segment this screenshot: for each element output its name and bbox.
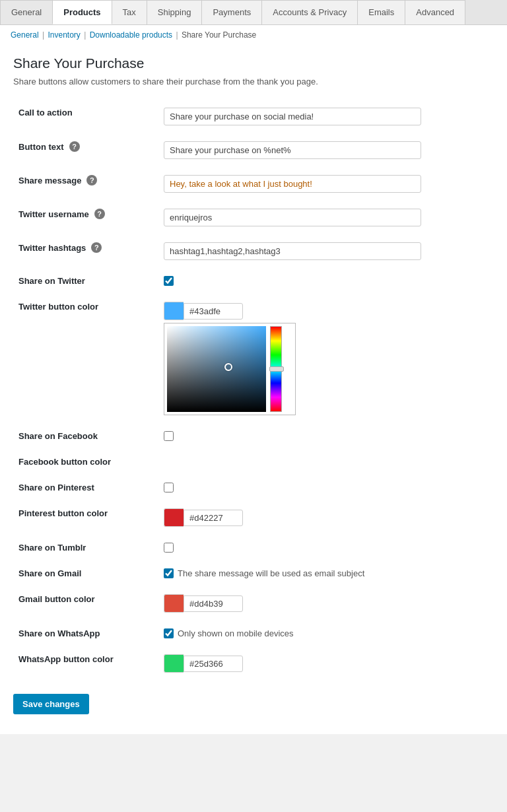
twitter-button-color-label: Twitter button color xyxy=(18,302,98,312)
share-pinterest-label: Share on Pinterest xyxy=(18,483,94,492)
share-message-input[interactable] xyxy=(164,175,421,193)
row-pinterest-button-color: Pinterest button color xyxy=(13,500,494,535)
gmail-color-hex-input[interactable] xyxy=(184,595,243,612)
pinterest-button-color-label: Pinterest button color xyxy=(18,508,108,518)
share-gmail-checkbox[interactable] xyxy=(164,568,174,578)
row-facebook-button-color: Facebook button color xyxy=(13,449,494,475)
page-description: Share buttons allow customers to share t… xyxy=(13,77,494,86)
save-button[interactable]: Save changes xyxy=(13,694,89,714)
call-to-action-label: Call to action xyxy=(18,108,73,118)
breadcrumb: General | Inventory | Downloadable produ… xyxy=(0,25,507,45)
tab-general[interactable]: General xyxy=(0,0,53,24)
share-gmail-note: The share message will be used as email … xyxy=(178,568,364,578)
twitter-hashtags-input[interactable] xyxy=(164,242,421,260)
twitter-spectrum-handle[interactable] xyxy=(269,366,284,372)
button-text-input[interactable] xyxy=(164,141,421,159)
twitter-gradient-handle[interactable] xyxy=(224,363,232,371)
pinterest-color-swatch-row xyxy=(164,508,489,527)
share-whatsapp-checkbox[interactable] xyxy=(164,628,174,638)
row-share-pinterest: Share on Pinterest xyxy=(13,475,494,500)
twitter-color-picker-box xyxy=(164,323,296,415)
tab-emails[interactable]: Emails xyxy=(357,0,405,24)
tab-accounts-privacy[interactable]: Accounts & Privacy xyxy=(261,0,358,24)
whatsapp-button-color-label: WhatsApp button color xyxy=(18,654,114,664)
twitter-username-help-icon[interactable]: ? xyxy=(94,209,105,219)
twitter-hashtags-help-icon[interactable]: ? xyxy=(91,242,102,253)
row-twitter-button-color: Twitter button color xyxy=(13,294,494,423)
gmail-button-color-label: Gmail button color xyxy=(18,594,95,604)
tab-advanced[interactable]: Advanced xyxy=(405,0,465,24)
row-share-message: Share message ? xyxy=(13,167,494,201)
share-tumblr-label: Share on Tumblr xyxy=(18,543,86,553)
tab-shipping[interactable]: Shipping xyxy=(147,0,203,24)
row-share-whatsapp: Share on WhatsApp Only shown on mobile d… xyxy=(13,621,494,646)
page-content: Share Your Purchase Share buttons allow … xyxy=(0,45,507,734)
row-share-tumblr: Share on Tumblr xyxy=(13,535,494,560)
breadcrumb-general[interactable]: General xyxy=(11,30,39,40)
share-message-help-icon[interactable]: ? xyxy=(86,175,97,186)
share-tumblr-checkbox[interactable] xyxy=(164,543,174,553)
whatsapp-color-swatch[interactable] xyxy=(164,654,184,673)
twitter-color-spectrum[interactable] xyxy=(270,326,282,412)
facebook-button-color-label: Facebook button color xyxy=(18,457,111,467)
share-facebook-checkbox-wrap xyxy=(164,431,489,441)
pinterest-color-swatch[interactable] xyxy=(164,508,184,527)
share-message-label: Share message xyxy=(18,176,81,186)
gmail-color-swatch[interactable] xyxy=(164,594,184,613)
button-text-label: Button text xyxy=(18,142,64,152)
twitter-username-input[interactable] xyxy=(164,209,421,226)
row-share-twitter: Share on Twitter xyxy=(13,268,494,294)
page-title: Share Your Purchase xyxy=(13,55,494,71)
share-twitter-checkbox-wrap xyxy=(164,276,489,286)
share-facebook-checkbox[interactable] xyxy=(164,431,174,441)
whatsapp-color-swatch-row xyxy=(164,654,489,673)
share-facebook-label: Share on Facebook xyxy=(18,431,98,441)
whatsapp-color-hex-input[interactable] xyxy=(184,656,243,672)
breadcrumb-inventory[interactable]: Inventory xyxy=(48,30,81,40)
twitter-username-label: Twitter username xyxy=(18,209,89,219)
share-pinterest-checkbox[interactable] xyxy=(164,483,174,492)
row-twitter-hashtags: Twitter hashtags ? xyxy=(13,234,494,268)
row-button-text: Button text ? xyxy=(13,133,494,167)
gmail-color-swatch-row xyxy=(164,594,489,613)
settings-form: Call to action Button text ? xyxy=(13,100,494,681)
pinterest-color-hex-input[interactable] xyxy=(184,510,243,526)
twitter-hashtags-label: Twitter hashtags xyxy=(18,243,86,253)
twitter-color-hex-input[interactable] xyxy=(184,303,243,320)
call-to-action-input[interactable] xyxy=(164,108,421,125)
row-share-facebook: Share on Facebook xyxy=(13,423,494,449)
twitter-color-gradient[interactable] xyxy=(167,326,266,412)
share-whatsapp-note: Only shown on mobile devices xyxy=(178,628,294,638)
row-whatsapp-button-color: WhatsApp button color xyxy=(13,646,494,681)
tab-products[interactable]: Products xyxy=(52,0,112,24)
row-twitter-username: Twitter username ? xyxy=(13,201,494,234)
share-gmail-checkbox-wrap: The share message will be used as email … xyxy=(164,568,489,578)
row-call-to-action: Call to action xyxy=(13,100,494,133)
breadcrumb-downloadable[interactable]: Downloadable products xyxy=(90,30,172,40)
share-whatsapp-checkbox-wrap: Only shown on mobile devices xyxy=(164,628,489,638)
share-pinterest-checkbox-wrap xyxy=(164,483,489,492)
share-tumblr-checkbox-wrap xyxy=(164,543,489,553)
tab-payments[interactable]: Payments xyxy=(201,0,262,24)
share-twitter-label: Share on Twitter xyxy=(18,276,85,286)
row-gmail-button-color: Gmail button color xyxy=(13,586,494,621)
twitter-color-swatch[interactable] xyxy=(164,302,184,320)
tab-bar: General Products Tax Shipping Payments A… xyxy=(0,0,507,25)
share-gmail-label: Share on Gmail xyxy=(18,568,81,578)
tab-tax[interactable]: Tax xyxy=(112,0,147,24)
row-share-gmail: Share on Gmail The share message will be… xyxy=(13,560,494,586)
twitter-color-picker-popup xyxy=(164,323,296,415)
twitter-color-swatch-row xyxy=(164,302,489,320)
button-text-help-icon[interactable]: ? xyxy=(69,141,80,152)
share-twitter-checkbox[interactable] xyxy=(164,276,174,286)
twitter-color-picker-container xyxy=(164,302,489,415)
share-whatsapp-label: Share on WhatsApp xyxy=(18,628,100,638)
breadcrumb-current: Share Your Purchase xyxy=(182,30,256,40)
